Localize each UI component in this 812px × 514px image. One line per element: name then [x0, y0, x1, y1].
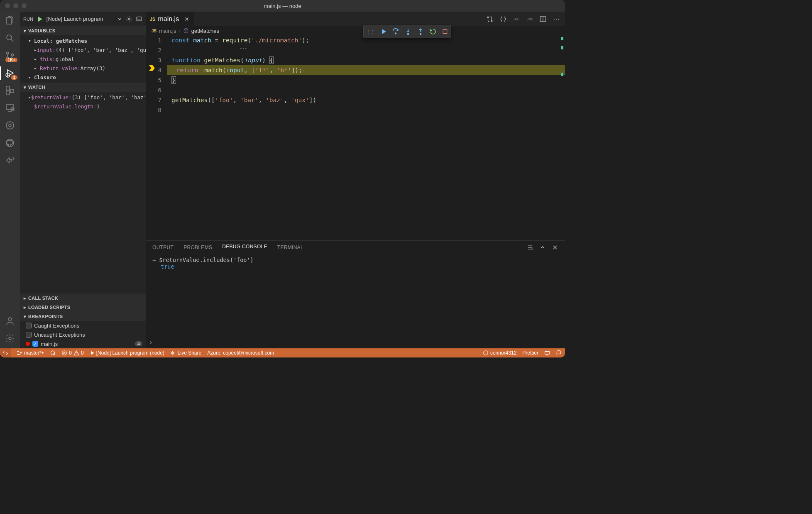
split-editor-icon[interactable]: [539, 15, 547, 23]
sync-icon[interactable]: [50, 350, 56, 356]
line-number: 1: [146, 35, 161, 45]
notifications-icon[interactable]: [556, 350, 562, 356]
prettier-status[interactable]: Prettier: [522, 350, 538, 356]
liveshare-icon[interactable]: [4, 154, 16, 166]
close-tab-icon[interactable]: [184, 16, 190, 22]
watch-expression[interactable]: ▸ $returnValue: (3) ['foo', 'bar', 'baz'…: [20, 93, 146, 102]
more-actions-icon[interactable]: [553, 15, 560, 23]
svg-point-33: [484, 351, 488, 355]
checkbox-icon[interactable]: [26, 323, 32, 328]
next-change-icon[interactable]: [526, 15, 533, 23]
loaded-scripts-section-header[interactable]: ▸ LOADED SCRIPTS: [20, 303, 146, 312]
github-icon[interactable]: [4, 137, 16, 149]
launch-config-select[interactable]: [Node] Launch program: [46, 16, 113, 22]
watch-expression[interactable]: $returnValue.length: 3: [20, 102, 146, 111]
svg-point-19: [516, 18, 518, 20]
debug-toolbar[interactable]: ⋮⋮: [363, 25, 451, 38]
run-debug-icon[interactable]: 1: [4, 67, 16, 79]
source-control-icon[interactable]: 1K+: [4, 50, 16, 61]
checkbox-icon[interactable]: ✓: [32, 341, 38, 347]
search-icon[interactable]: [4, 32, 16, 44]
overview-ruler[interactable]: [561, 37, 563, 77]
extensions-icon[interactable]: [4, 85, 16, 96]
breakpoints-section-header[interactable]: ▾ BREAKPOINTS: [20, 312, 146, 321]
watch-section-header[interactable]: ▾ WATCH: [20, 83, 146, 92]
breadcrumb[interactable]: JS main.js › getMatches: [146, 26, 565, 35]
run-header: RUN [Node] Launch program: [20, 12, 146, 26]
minimize-window[interactable]: [13, 3, 18, 8]
scope-closure[interactable]: ▸ Closure: [20, 73, 146, 82]
line-number: 2: [146, 45, 161, 55]
tab-terminal[interactable]: TERMINAL: [277, 245, 303, 250]
line-gutter: 1 2 3 4 5 6 7 8: [146, 35, 167, 240]
line-number: 5: [146, 75, 161, 85]
debug-status[interactable]: [Node] Launch program (node): [90, 350, 164, 356]
diff-icon[interactable]: [499, 15, 507, 23]
variable-row[interactable]: ▸ Return value: Array(3): [20, 64, 146, 73]
variable-row[interactable]: ▸ input: (4) ['foo', 'bar', 'baz', 'qux'…: [20, 45, 146, 54]
tab-problems[interactable]: PROBLEMS: [183, 245, 212, 250]
drag-handle-icon[interactable]: ⋮⋮: [366, 29, 374, 34]
remote-explorer-icon[interactable]: [4, 102, 16, 114]
remote-indicator[interactable]: [0, 348, 11, 357]
settings-gear-icon[interactable]: [4, 333, 16, 344]
svg-point-30: [17, 354, 18, 355]
watch-name: $returnValue.length:: [34, 103, 97, 110]
watch-label: WATCH: [28, 85, 45, 90]
panel-chevron-up-icon[interactable]: [539, 244, 546, 251]
step-into-icon[interactable]: [404, 28, 412, 35]
breakpoint-uncaught[interactable]: Uncaught Exceptions: [20, 330, 146, 339]
svg-rect-7: [10, 89, 14, 93]
breadcrumb-file[interactable]: main.js: [159, 28, 176, 34]
start-debug-icon[interactable]: [37, 16, 43, 22]
scope-local[interactable]: ▾ Local: getMatches: [20, 36, 146, 45]
loaded-scripts-label: LOADED SCRIPTS: [28, 305, 70, 310]
variable-row[interactable]: ▸ this: global: [20, 54, 146, 64]
console-output: true: [161, 263, 174, 270]
github-user-status[interactable]: connor4312: [483, 350, 516, 356]
var-name: input:: [37, 47, 56, 53]
git-branch[interactable]: master*+: [17, 350, 44, 356]
step-over-icon[interactable]: [392, 28, 399, 35]
feedback-icon[interactable]: [544, 350, 550, 356]
tab-output[interactable]: OUTPUT: [152, 245, 174, 250]
close-panel-icon[interactable]: [552, 244, 558, 251]
watch-name: $returnValue:: [31, 94, 72, 100]
bp-label: main.js: [41, 341, 58, 347]
callstack-section-header[interactable]: ▸ CALL STACK: [20, 294, 146, 303]
code-body[interactable]: const match = require('./micromatch'); •…: [167, 35, 565, 240]
checkbox-icon[interactable]: [26, 332, 32, 338]
code-editor[interactable]: 1 2 3 4 5 6 7 8 const match = require('.…: [146, 35, 565, 240]
repl-prompt[interactable]: ›: [146, 338, 565, 348]
tab-debug-console[interactable]: DEBUG CONSOLE: [222, 244, 267, 251]
stop-icon[interactable]: [442, 28, 448, 35]
zoom-window[interactable]: [22, 3, 27, 8]
azure-status[interactable]: Azure: copeet@microsoft.com: [207, 350, 274, 356]
compare-changes-icon[interactable]: [486, 15, 494, 23]
window-title: main.js — node: [264, 3, 301, 9]
var-name: Return value:: [40, 65, 81, 71]
debug-console[interactable]: → $returnValue.includes('foo') true: [146, 254, 565, 338]
prev-change-icon[interactable]: [513, 15, 520, 23]
explorer-icon[interactable]: [4, 15, 16, 27]
breakpoint-file[interactable]: ✓ main.js 4: [20, 339, 146, 348]
breakpoint-caught[interactable]: Caught Exceptions: [20, 321, 146, 330]
chevron-down-icon[interactable]: [117, 16, 122, 22]
liveshare-status[interactable]: Live Share: [170, 350, 201, 356]
breadcrumb-symbol[interactable]: getMatches: [191, 28, 219, 34]
variables-section-header[interactable]: ▾ VARIABLES: [20, 26, 146, 35]
problems-status[interactable]: 0 0: [61, 350, 83, 356]
svg-point-29: [17, 351, 18, 352]
configure-gear-icon[interactable]: [126, 16, 132, 22]
editor-tab[interactable]: JS main.js: [146, 12, 194, 26]
gitlens-icon[interactable]: [4, 120, 16, 131]
svg-rect-5: [6, 87, 10, 90]
clear-console-icon[interactable]: [527, 244, 533, 251]
account-icon[interactable]: [4, 315, 16, 327]
restart-icon[interactable]: [429, 28, 437, 35]
continue-icon[interactable]: [379, 28, 387, 35]
svg-point-13: [8, 318, 12, 321]
step-out-icon[interactable]: [417, 28, 424, 35]
debug-console-icon[interactable]: [136, 16, 142, 22]
close-window[interactable]: [5, 3, 10, 8]
